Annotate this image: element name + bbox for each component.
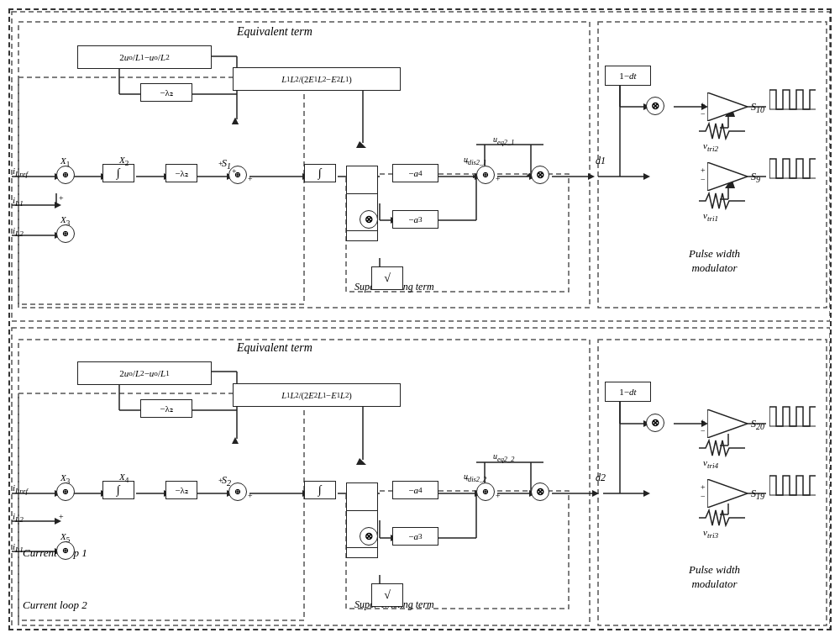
svg-rect-1 xyxy=(18,77,304,304)
svg-marker-46 xyxy=(643,173,650,180)
svg-marker-133 xyxy=(707,479,748,508)
udis21-label-top: udis2_1 xyxy=(464,155,486,166)
lambda2-upper-top: −λ₂ xyxy=(140,83,192,102)
il2-label-bottom: iL2 xyxy=(13,511,24,524)
pwm-label-bottom: Pulse widthmodulator xyxy=(689,563,740,592)
integrator-top: ∫ xyxy=(102,164,134,182)
sum-x3-top: ⊕ xyxy=(56,224,75,243)
a3-top: −a3 xyxy=(392,210,438,229)
sum-udis-top: ⊕ xyxy=(476,166,495,184)
eq-gain-bottom: 2uo/L2−uo/L1 xyxy=(77,361,212,385)
minus-s20: − xyxy=(701,426,706,435)
lambda2-bottom: −λ₂ xyxy=(165,481,197,499)
ilref-label-bottom: iLref xyxy=(13,482,28,495)
equivalent-term-label-bottom: Equivalent term xyxy=(237,341,312,355)
svg-marker-131 xyxy=(707,409,748,438)
mult-dt-top: ⊗ xyxy=(646,97,664,115)
il1-label-bottom: iL1 xyxy=(13,541,24,554)
il1-label-top: iL1 xyxy=(13,195,24,208)
sum-x1-top: ⊕ xyxy=(56,166,75,184)
amp-s20 xyxy=(707,409,748,438)
s9-label: S9 xyxy=(751,171,760,184)
amp-s10 xyxy=(707,92,748,121)
plus-udis-bottom2: + xyxy=(496,491,501,500)
a3-bottom: −a3 xyxy=(392,527,438,546)
s20-label: S20 xyxy=(751,418,764,431)
minus-s9: − xyxy=(701,175,706,184)
sqrt-bottom: √ xyxy=(371,583,403,607)
udis22-label-bottom: udis2_2 xyxy=(464,472,486,483)
lambda2-upper-bottom: −λ₂ xyxy=(140,399,192,418)
plus-s1-3: + xyxy=(232,166,237,176)
vtri2-label: vtri2 xyxy=(703,140,718,153)
pwm-s19 xyxy=(769,472,816,497)
amp-s19 xyxy=(707,479,748,508)
main-container: Equivalent term Current loop 1 Super-twi… xyxy=(8,8,832,630)
dt-block-bottom: 1−dt xyxy=(605,382,651,402)
svg-marker-91 xyxy=(592,490,599,497)
svg-marker-36 xyxy=(356,141,366,148)
pwm-s9 xyxy=(769,155,816,180)
x4-label-bottom: X4 xyxy=(119,472,129,484)
pwm-label-top: Pulse widthmodulator xyxy=(689,247,740,276)
svg-marker-30 xyxy=(232,118,239,124)
svg-marker-26 xyxy=(588,173,595,180)
sum-x5-bottom: ⊕ xyxy=(56,541,75,560)
sqrt-top: √ xyxy=(371,266,403,290)
d1-label-top: d1 xyxy=(596,155,606,167)
a4-top: −a4 xyxy=(392,164,438,182)
dt-block-top: 1−dt xyxy=(605,66,651,86)
plus-s10: + xyxy=(701,100,706,109)
svg-rect-67 xyxy=(18,393,304,620)
vtri1-label: vtri1 xyxy=(703,210,718,223)
eq-gain-top: 2uo/L1−uo/L2 xyxy=(77,45,212,69)
plus-s9: + xyxy=(701,166,706,175)
plus-s19: + xyxy=(701,482,706,492)
x5-label-bottom: X5 xyxy=(60,531,70,544)
ueq22-label-bottom: ueq2_2 xyxy=(493,451,514,463)
mult-eq-bottom: ⊗ xyxy=(531,482,549,501)
mult-a3-bottom: ⊗ xyxy=(360,527,378,546)
plus-udis-top2: + xyxy=(496,174,501,183)
x3-label-top: X3 xyxy=(60,214,70,227)
vtri3-label: vtri3 xyxy=(703,527,718,540)
sum-x3-bottom: ⊕ xyxy=(56,482,75,501)
integrator-bottom: ∫ xyxy=(102,481,134,499)
equivalent-term-label-top: Equivalent term xyxy=(237,25,312,39)
mult-dt-bottom: ⊗ xyxy=(646,414,664,432)
svg-marker-33 xyxy=(232,118,239,124)
minus-s10: − xyxy=(701,109,706,119)
ilref-label-top: iLref xyxy=(13,166,28,178)
svg-marker-9 xyxy=(55,202,61,208)
pwm-s20 xyxy=(769,403,816,428)
sum-s2-bottom: ⊕ xyxy=(228,482,247,501)
svg-marker-100 xyxy=(356,458,366,465)
svg-marker-95 xyxy=(232,437,239,444)
main-gain-top: L1L2/(2E1L2−E2L1) xyxy=(233,67,401,91)
integrator2-top: ∫ xyxy=(304,164,336,182)
s19-label: S19 xyxy=(751,488,764,501)
mult-eq-top: ⊗ xyxy=(531,166,549,184)
plus-s1-2: + xyxy=(248,174,253,183)
plus-il2-bottom: + xyxy=(59,512,64,521)
mult-a3-top: ⊗ xyxy=(360,210,378,229)
svg-marker-129 xyxy=(707,162,748,191)
x2-label-top: X2 xyxy=(119,155,129,167)
d2-label-bottom: d2 xyxy=(596,472,606,484)
current-loop-1-label: Current loop 1 xyxy=(23,546,87,560)
a4-bottom: −a4 xyxy=(392,481,438,499)
vtri4-label: vtri4 xyxy=(703,457,718,470)
s10-label: S10 xyxy=(751,101,764,114)
plus-il1-top: + xyxy=(59,193,64,203)
x1-label-top: X1 xyxy=(60,156,70,168)
ueq21-label-top: ueq2_1 xyxy=(493,134,514,146)
sum-udis-bottom: ⊕ xyxy=(476,482,495,501)
svg-marker-110 xyxy=(643,490,650,497)
lambda2-top: −λ₂ xyxy=(165,164,197,182)
plus-s2-1: + xyxy=(218,476,223,485)
main-gain-bottom: L1L2/(2E2L1−E1L2) xyxy=(233,383,401,407)
svg-marker-127 xyxy=(707,92,748,121)
plus-s1-1: + xyxy=(218,159,223,168)
minus-s19: − xyxy=(701,492,706,501)
current-loop-2-label: Current loop 2 xyxy=(23,598,87,612)
